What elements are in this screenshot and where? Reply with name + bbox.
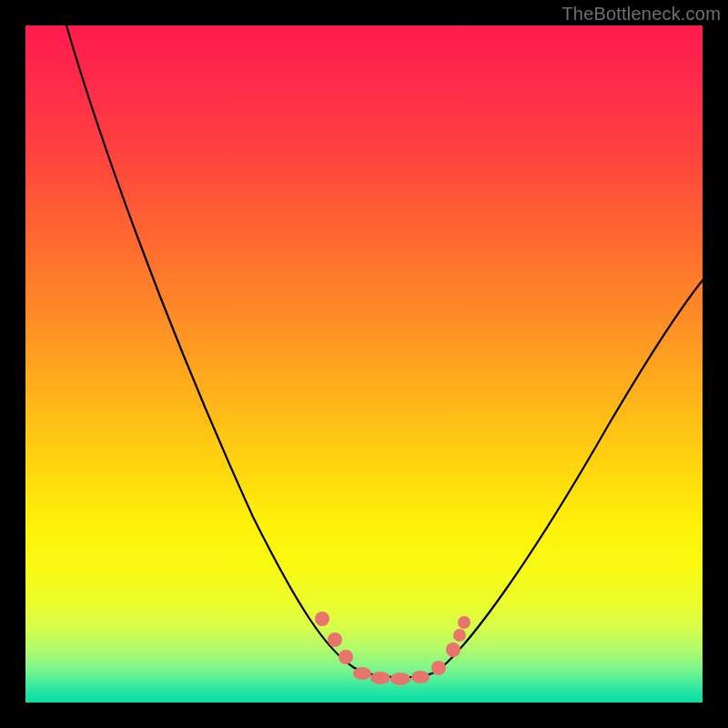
data-marker — [328, 632, 342, 647]
chart-frame: TheBottleneck.com — [0, 0, 728, 728]
data-marker — [390, 672, 410, 685]
curve-layer — [25, 25, 703, 703]
data-marker — [339, 650, 353, 664]
curve-left-branch — [66, 25, 353, 667]
data-marker — [431, 661, 446, 675]
data-marker — [458, 616, 470, 629]
data-marker — [446, 642, 460, 657]
data-marker — [370, 672, 390, 684]
data-marker — [453, 629, 466, 642]
watermark-text: TheBottleneck.com — [561, 4, 721, 25]
data-marker — [353, 667, 371, 680]
curve-right-branch — [437, 280, 703, 672]
data-marker — [315, 612, 329, 626]
plot-area — [25, 25, 703, 703]
data-marker — [411, 671, 430, 683]
